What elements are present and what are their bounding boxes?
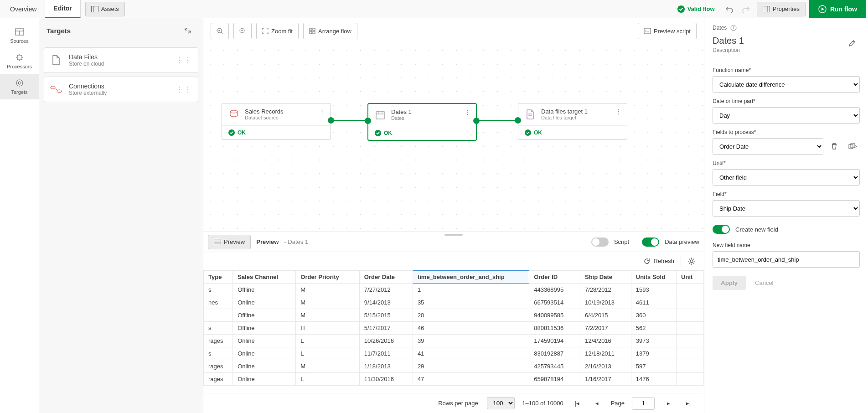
node-sales-records[interactable]: Sales RecordsDataset source ⋮ OK <box>222 103 331 140</box>
grid-icon <box>309 28 315 34</box>
cell: 10/26/2016 <box>359 335 413 347</box>
cell: Online <box>233 335 296 347</box>
panel-title: Targets <box>46 27 71 35</box>
function-select[interactable]: Calculate date difference <box>713 76 860 93</box>
node-subtitle: Data files target <box>541 115 588 120</box>
zoom-out-icon <box>239 27 246 35</box>
col-header[interactable]: Ship Date <box>580 271 631 284</box>
col-header[interactable]: time_between_order_and_ship <box>413 271 529 284</box>
target-card-connections[interactable]: Connections Store externally ⋮⋮ <box>44 77 198 102</box>
tab-overview[interactable]: Overview <box>2 0 45 18</box>
cell <box>677 309 704 322</box>
drag-handle-icon[interactable]: ⋮⋮ <box>176 85 192 94</box>
script-toggle[interactable] <box>591 237 609 247</box>
zoom-in-button[interactable] <box>211 23 229 39</box>
col-header[interactable]: Unit <box>677 271 704 284</box>
newname-input[interactable] <box>713 251 860 268</box>
run-flow-button[interactable]: Run flow <box>809 0 866 18</box>
data-preview-toggle[interactable] <box>642 237 659 247</box>
node-menu-button[interactable]: ⋮ <box>319 108 325 115</box>
cell: rages <box>204 373 233 386</box>
cell: M <box>296 296 360 309</box>
prev-page-button[interactable]: ◂ <box>591 397 604 410</box>
data-preview-label: Data preview <box>665 238 699 245</box>
undo-button[interactable] <box>722 1 738 17</box>
field-select[interactable]: Ship Date <box>713 200 860 217</box>
svg-point-30 <box>230 110 238 113</box>
edit-title-button[interactable] <box>844 36 860 51</box>
collapse-panel-button[interactable] <box>180 23 196 38</box>
col-header[interactable]: Order ID <box>529 271 580 284</box>
check-circle-icon <box>525 129 531 136</box>
inspector-panel: Dates Dates 1 Description Function name*… <box>704 18 868 413</box>
table-row[interactable]: nesOnlineM9/14/20133566759351410/19/2013… <box>204 296 704 309</box>
refresh-button[interactable]: Refresh <box>643 258 674 265</box>
table-row[interactable]: OfflineM5/15/2015209400995856/4/2015360 <box>204 309 704 322</box>
properties-button[interactable]: Properties <box>757 2 806 16</box>
apply-button[interactable]: Apply <box>713 276 746 290</box>
cell: 7/28/2012 <box>580 284 631 296</box>
cell: 11/30/2016 <box>359 373 413 386</box>
table-row[interactable]: sOnlineL11/7/20114183019288712/18/201113… <box>204 347 704 360</box>
table-row[interactable]: ragesOnlineM1/18/2013294257934452/16/201… <box>204 360 704 373</box>
assets-button[interactable]: Assets <box>85 2 125 16</box>
settings-button[interactable] <box>687 257 696 265</box>
preview-script-button[interactable]: Preview script <box>638 23 697 39</box>
cell: 10/19/2013 <box>580 296 631 309</box>
add-all-button[interactable] <box>845 139 860 154</box>
node-data-files-target[interactable]: Data files target 1Data files target ⋮ O… <box>518 103 627 140</box>
node-dates-1[interactable]: Dates 1Dates ⋮ OK <box>367 103 477 141</box>
first-page-button[interactable]: |◂ <box>571 397 584 410</box>
table-row[interactable]: sOfflineM7/27/201214433689957/28/2012159… <box>204 284 704 296</box>
cell: M <box>296 360 360 373</box>
last-page-button[interactable]: ▸| <box>682 397 695 410</box>
nav-sources[interactable]: Sources <box>0 23 39 48</box>
arrange-flow-button[interactable]: Arrange flow <box>303 23 357 39</box>
svg-rect-9 <box>17 55 22 60</box>
table-row[interactable]: ragesOnlineL10/26/20163917459019412/4/20… <box>204 335 704 347</box>
table-row[interactable]: sOfflineH5/17/2017468808115367/2/2017562 <box>204 322 704 335</box>
valid-flow-badge: Valid flow <box>677 5 715 13</box>
node-menu-button[interactable]: ⋮ <box>615 108 621 115</box>
target-card-data-files[interactable]: Data Files Store on cloud ⋮⋮ <box>44 47 198 73</box>
cell: 1/16/2017 <box>580 373 631 386</box>
create-field-toggle[interactable] <box>713 225 730 234</box>
col-header[interactable]: Order Priority <box>296 271 360 284</box>
nav-processors[interactable]: Processors <box>0 48 39 74</box>
info-icon[interactable] <box>730 25 737 31</box>
calendar-icon <box>375 110 385 120</box>
redo-button[interactable] <box>738 1 753 17</box>
col-header[interactable]: Type <box>204 271 233 284</box>
cell: Online <box>233 373 296 386</box>
fields-select[interactable]: Order Date <box>713 138 823 155</box>
cancel-button[interactable]: Cancel <box>755 279 773 286</box>
drag-handle-icon[interactable]: ⋮⋮ <box>176 56 192 65</box>
nav-targets[interactable]: Targets <box>0 74 39 99</box>
next-page-button[interactable]: ▸ <box>662 397 675 410</box>
tab-editor[interactable]: Editor <box>45 0 80 18</box>
cell: Online <box>233 347 296 360</box>
table-row[interactable]: ragesOnlineL11/30/2016476598781941/16/20… <box>204 373 704 386</box>
remove-field-button[interactable] <box>827 139 842 154</box>
col-header[interactable]: Order Date <box>359 271 413 284</box>
col-header[interactable]: Sales Channel <box>233 271 296 284</box>
node-menu-button[interactable]: ⋮ <box>465 108 470 115</box>
cell <box>677 322 704 335</box>
field-label: Field* <box>713 191 860 197</box>
svg-rect-28 <box>313 31 315 34</box>
col-header[interactable]: Units Sold <box>631 271 676 284</box>
cell: Offline <box>233 322 296 335</box>
part-select[interactable]: Day <box>713 107 860 124</box>
zoom-fit-button[interactable]: Zoom fit <box>256 23 299 39</box>
cell: 597 <box>631 360 676 373</box>
zoom-out-button[interactable] <box>233 23 252 39</box>
rows-per-page-select[interactable]: 100 <box>487 397 515 409</box>
until-select[interactable]: Other field <box>713 169 860 186</box>
flow-canvas[interactable]: Sales RecordsDataset source ⋮ OK Dates 1… <box>203 44 704 232</box>
data-table[interactable]: TypeSales ChannelOrder PriorityOrder Dat… <box>203 270 704 386</box>
page-input[interactable] <box>632 397 655 410</box>
cell: Offline <box>233 309 296 322</box>
cell: Online <box>233 360 296 373</box>
preview-button[interactable]: Preview <box>208 235 251 249</box>
horizontal-scrollbar[interactable] <box>203 386 704 393</box>
